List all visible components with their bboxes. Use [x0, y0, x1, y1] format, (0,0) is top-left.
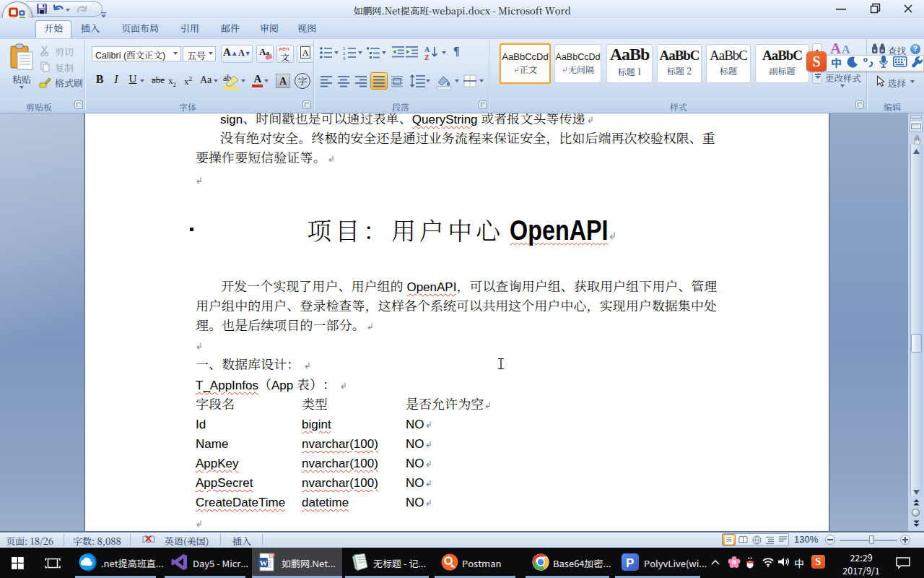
svg-text:Z: Z [424, 53, 430, 61]
svg-text:A: A [842, 43, 850, 55]
svg-text:3: 3 [343, 56, 346, 60]
svg-text:2: 2 [343, 51, 346, 56]
svg-text:A: A [424, 46, 430, 53]
svg-text:W: W [260, 558, 268, 567]
svg-text:A: A [830, 40, 842, 55]
svg-text:P: P [626, 556, 634, 570]
svg-text:1: 1 [343, 46, 346, 51]
